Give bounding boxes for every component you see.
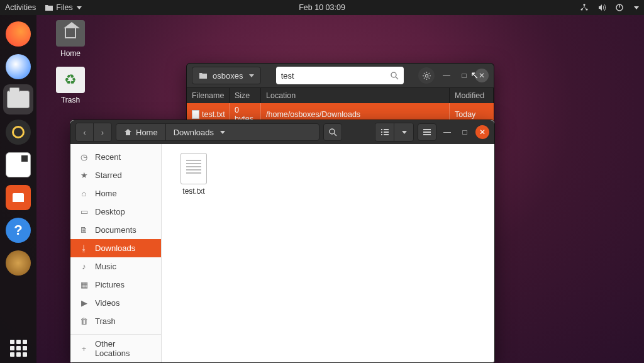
dock-firefox[interactable] [3,19,33,49]
svg-point-5 [391,72,396,77]
hamburger-icon [423,128,431,136]
search-field[interactable] [276,67,404,84]
home-icon [65,28,76,38]
svg-rect-25 [423,131,431,133]
trash-icon: 🗑 [79,316,89,326]
sidebar-trash[interactable]: 🗑Trash [70,312,161,330]
dock-software[interactable] [3,182,33,213]
files-search-button[interactable] [323,123,342,141]
sidebar-item-label: Downloads [95,243,135,253]
sidebar-item-label: Desktop [95,207,125,216]
desktop-trash[interactable]: ♻ Trash [49,67,92,104]
svg-rect-20 [381,131,382,133]
list-icon [380,128,389,136]
top-bar: Activities Files Feb 10 03:09 [0,0,644,15]
col-location[interactable]: Location [261,88,450,103]
files-content[interactable]: test.txt [162,144,494,362]
svg-rect-18 [381,129,382,130]
folder-icon [45,4,53,11]
activities-button[interactable]: Activities [5,3,36,12]
sidebar-desktop[interactable]: ▭Desktop [70,203,161,221]
search-window: osboxes — □ ✕ Filename Size Location Mod… [186,63,494,126]
plus-icon: + [79,344,89,354]
search-icon [329,128,337,137]
home-icon [124,128,132,136]
search-input[interactable] [281,71,387,81]
file-item[interactable]: test.txt [170,153,217,196]
sidebar-home[interactable]: ⌂Home [70,184,161,203]
desktop-icon: ▭ [79,207,89,216]
dock-thunderbird[interactable] [3,52,33,82]
sidebar-item-label: Documents [95,225,136,235]
search-minimize-button[interactable]: — [440,69,453,82]
sidebar-item-label: Trash [95,316,116,326]
crumb-downloads[interactable]: Downloads [166,124,233,140]
app-menu[interactable]: Files [45,3,81,12]
svg-line-6 [396,77,398,79]
files-titlebar[interactable]: ‹ › Home Downloads — [70,120,494,144]
sidebar-starred[interactable]: ★Starred [70,166,161,184]
col-filename[interactable]: Filename [187,88,230,103]
sidebar-music[interactable]: ♪Music [70,257,161,276]
gear-icon [422,71,431,81]
view-dropdown-button[interactable] [394,123,413,141]
search-close-button[interactable]: ✕ [475,69,489,82]
search-maximize-button[interactable]: □ [457,69,471,82]
files-sidebar: ◷Recent ★Starred ⌂Home ▭Desktop 🗎Documen… [70,144,162,362]
desktop-home-label: Home [49,49,92,58]
dock-files[interactable] [3,84,33,114]
sidebar-downloads[interactable]: ⭳Downloads [70,239,161,257]
desktop-trash-label: Trash [49,96,92,104]
downloads-icon: ⭳ [79,243,89,253]
chevron-down-icon [249,74,254,77]
sidebar-recent[interactable]: ◷Recent [70,148,161,166]
sidebar-item-label: Other Locations [95,339,152,358]
dock-show-apps[interactable] [3,333,33,363]
view-list-button[interactable] [375,123,394,141]
files-minimize-button[interactable]: — [440,125,454,139]
files-close-button[interactable]: ✕ [475,125,489,139]
dock-help[interactable]: ? [3,215,33,245]
sidebar-pictures[interactable]: ▦Pictures [70,276,161,294]
nav-back-button[interactable]: ‹ [76,123,94,141]
dock-unknown[interactable] [3,248,33,278]
document-icon [192,110,199,119]
breadcrumb: Home Downloads [116,123,319,141]
sidebar-item-label: Home [95,189,117,198]
clock-icon: ◷ [79,152,89,162]
svg-point-16 [330,129,335,134]
search-settings-button[interactable] [418,67,435,84]
crumb-home[interactable]: Home [116,124,166,140]
sidebar-item-label: Videos [95,298,120,308]
svg-rect-23 [384,134,389,135]
recycle-icon: ♻ [64,72,77,88]
desktop-home[interactable]: Home [49,20,92,58]
system-menu-chevron-icon[interactable] [634,6,639,9]
svg-line-15 [428,73,430,74]
nav-forward-button[interactable]: › [94,123,111,141]
sidebar-other-locations[interactable]: +Other Locations [70,335,161,362]
search-titlebar[interactable]: osboxes — □ ✕ [187,64,494,87]
dock-libreoffice[interactable] [3,150,33,180]
text-file-icon [180,153,207,184]
dock-rhythmbox[interactable] [3,117,33,147]
col-modified[interactable]: Modified [450,88,494,103]
search-path-selector[interactable]: osboxes [192,67,261,84]
sidebar-documents[interactable]: 🗎Documents [70,221,161,239]
svg-rect-24 [423,129,431,130]
power-icon[interactable] [615,3,624,12]
chevron-down-icon [402,131,407,134]
svg-rect-19 [384,129,389,130]
search-icon [391,72,399,80]
files-maximize-button[interactable]: □ [458,125,472,139]
folder-icon [199,72,208,79]
clock[interactable]: Feb 10 03:09 [299,3,345,12]
col-size[interactable]: Size [230,88,261,103]
network-icon[interactable] [580,3,589,12]
crumb-downloads-label: Downloads [174,128,214,137]
volume-icon[interactable] [597,3,606,12]
sidebar-item-label: Recent [95,152,121,162]
hamburger-menu-button[interactable] [418,123,436,141]
sidebar-videos[interactable]: ▶Videos [70,294,161,312]
svg-line-14 [424,77,425,79]
